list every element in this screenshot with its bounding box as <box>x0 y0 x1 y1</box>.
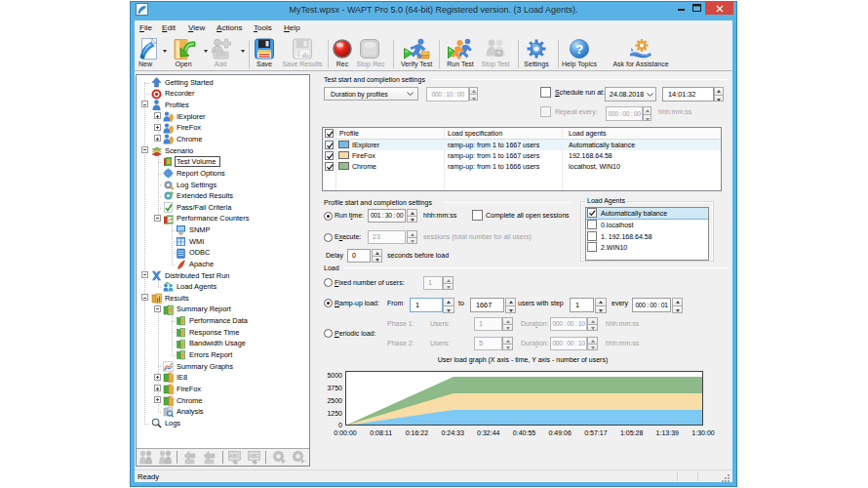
svg-text:?: ? <box>575 42 583 57</box>
svg-text:ABC: ABC <box>249 453 259 459</box>
svg-text:ABC: ABC <box>229 453 240 459</box>
